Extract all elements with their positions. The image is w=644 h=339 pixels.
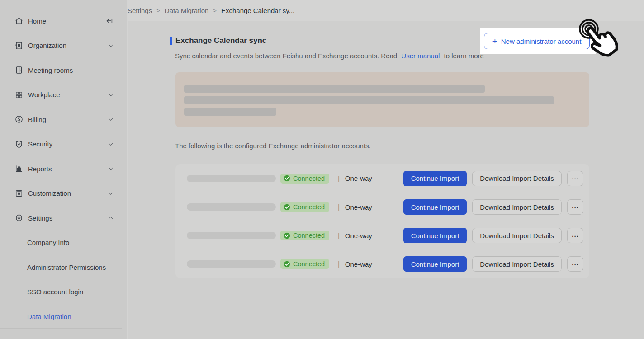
more-actions-button[interactable]: ... (567, 199, 583, 215)
sidebar-divider (0, 328, 122, 329)
security-icon (14, 140, 24, 149)
status-label: Connected (293, 260, 325, 268)
download-import-details-button[interactable]: Download Import Details (472, 256, 562, 272)
redacted-account-name (187, 232, 276, 239)
separator: | (338, 175, 340, 182)
chevron-down-icon (108, 92, 114, 98)
status-badge: Connected (280, 231, 329, 240)
collapse-sidebar-icon[interactable] (105, 16, 114, 25)
sidebar-subitem-label: Administrator Permissions (27, 264, 106, 271)
check-circle-icon (284, 204, 290, 211)
chevron-down-icon (108, 116, 114, 122)
sidebar-item-company-info[interactable]: Company Info (0, 231, 127, 255)
separator: | (338, 260, 340, 268)
separator: | (338, 203, 340, 211)
sidebar-item-label: Customization (28, 189, 71, 197)
new-administrator-account-button[interactable]: + New administrator account (484, 33, 590, 49)
account-row: Connected | One-way Continue Import Down… (175, 193, 589, 221)
sidebar-item-label: Organization (28, 42, 66, 49)
status-label: Connected (293, 203, 325, 211)
user-manual-link[interactable]: User manual (401, 52, 440, 60)
download-import-details-button[interactable]: Download Import Details (472, 228, 562, 243)
status-badge: Connected (280, 259, 329, 269)
redacted-text-bar (184, 96, 554, 104)
page-title: Exchange Calendar sync (175, 36, 266, 45)
breadcrumb: Settings > Data Migration > Exchange Cal… (127, 0, 644, 21)
chevron-down-icon (108, 42, 114, 49)
sidebar: Home Organization Meeting rooms Workplac… (0, 0, 127, 339)
breadcrumb-separator: > (213, 7, 217, 14)
sidebar-item-administrator-permissions[interactable]: Administrator Permissions (0, 255, 127, 280)
sidebar-item-workplace[interactable]: Workplace (0, 83, 127, 108)
check-circle-icon (284, 175, 290, 182)
home-icon (14, 16, 24, 25)
breadcrumb-separator: > (156, 7, 160, 14)
download-import-details-button[interactable]: Download Import Details (472, 171, 562, 186)
title-accent-bar (170, 37, 172, 45)
sidebar-subitem-label: SSO account login (27, 288, 83, 296)
description-text: Sync calendar and events between Feishu … (175, 52, 397, 60)
redacted-account-name (187, 175, 276, 182)
tutorial-spotlight: + New administrator account (480, 28, 596, 54)
sidebar-item-data-migration[interactable]: Data Migration (0, 304, 127, 329)
sidebar-item-organization[interactable]: Organization (0, 33, 127, 58)
content-panel: Exchange Calendar sync Sync calendar and… (128, 21, 644, 339)
sidebar-item-label: Workplace (28, 91, 60, 99)
sync-mode-label: One-way (345, 232, 372, 240)
sidebar-item-reports[interactable]: Reports (0, 156, 127, 181)
sidebar-item-sso-account-login[interactable]: SSO account login (0, 280, 127, 305)
settings-icon (14, 213, 24, 222)
sidebar-subitem-label: Data Migration (27, 313, 71, 320)
chevron-down-icon (108, 141, 114, 147)
more-actions-button[interactable]: ... (567, 171, 583, 186)
sidebar-item-label: Meeting rooms (28, 66, 73, 74)
check-circle-icon (284, 261, 290, 268)
sidebar-item-settings[interactable]: Settings (0, 206, 127, 231)
sidebar-item-security[interactable]: Security (0, 132, 127, 157)
sidebar-item-label: Home (28, 17, 46, 25)
accounts-intro-text: The following is the configured Exchange… (175, 142, 371, 150)
status-badge: Connected (280, 174, 329, 184)
account-row: Connected | One-way Continue Import Down… (175, 164, 589, 193)
accounts-list: Connected | One-way Continue Import Down… (175, 164, 589, 278)
plus-icon: + (492, 37, 497, 46)
sidebar-subitem-label: Company Info (27, 239, 69, 246)
redacted-account-name (187, 260, 276, 268)
more-actions-button[interactable]: ... (567, 256, 583, 272)
continue-import-button[interactable]: Continue Import (403, 199, 467, 215)
sync-mode-label: One-way (345, 174, 372, 182)
continue-import-button[interactable]: Continue Import (403, 228, 467, 243)
reports-icon (14, 164, 24, 173)
sidebar-item-label: Settings (28, 214, 52, 222)
continue-import-button[interactable]: Continue Import (403, 171, 467, 186)
sync-mode-label: One-way (345, 260, 372, 268)
sidebar-item-meeting-rooms[interactable]: Meeting rooms (0, 58, 127, 83)
account-row: Connected | One-way Continue Import Down… (175, 250, 589, 278)
notice-box (175, 72, 589, 127)
more-actions-button[interactable]: ... (567, 228, 583, 243)
breadcrumb-data-migration[interactable]: Data Migration (165, 7, 209, 14)
download-import-details-button[interactable]: Download Import Details (472, 199, 562, 215)
check-circle-icon (284, 232, 290, 239)
continue-import-button[interactable]: Continue Import (403, 256, 467, 272)
separator: | (338, 232, 340, 239)
meeting-rooms-icon (14, 66, 24, 75)
page-description: Sync calendar and events between Feishu … (175, 52, 484, 60)
billing-icon (14, 115, 24, 124)
sidebar-item-home[interactable]: Home (0, 9, 127, 33)
sidebar-item-label: Reports (28, 165, 52, 173)
organization-icon (14, 41, 24, 50)
account-row: Connected | One-way Continue Import Down… (175, 221, 589, 250)
status-badge: Connected (280, 202, 329, 212)
status-label: Connected (293, 175, 325, 182)
sidebar-item-customization[interactable]: Customization (0, 181, 127, 206)
customization-icon (14, 189, 24, 198)
status-label: Connected (293, 232, 325, 239)
sidebar-item-billing[interactable]: Billing (0, 107, 127, 132)
page-title-block: Exchange Calendar sync (170, 36, 266, 45)
description-text: to learn more (444, 52, 484, 60)
sync-mode-label: One-way (345, 203, 372, 211)
breadcrumb-settings[interactable]: Settings (128, 7, 152, 14)
chevron-down-icon (108, 190, 114, 197)
redacted-account-name (187, 203, 276, 211)
